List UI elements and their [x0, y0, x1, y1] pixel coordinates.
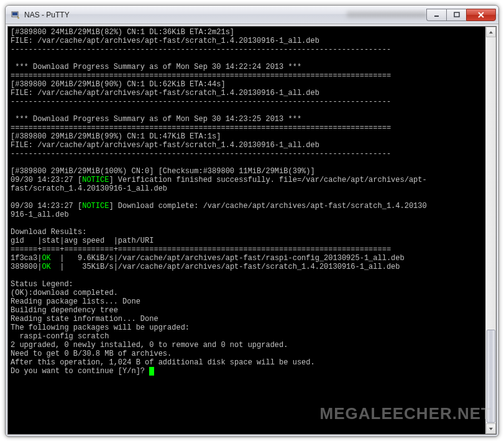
line: fast/scratch_1.4.20130916-1_all.deb	[11, 184, 167, 193]
line: ----------------------------------------…	[11, 97, 391, 106]
line: Reading state information... Done	[11, 315, 158, 323]
line: [#389800 29MiB/29MiB(100%) CN:0] [Checks…	[11, 167, 315, 176]
line: [#389800 26MiB/29MiB(90%) CN:1 DL:62KiB …	[11, 80, 226, 89]
line: ----------------------------------------…	[11, 45, 391, 54]
line: FILE: /var/cache/apt/archives/apt-fast/s…	[11, 37, 319, 45]
line: Download Results:	[11, 228, 86, 237]
line: After this operation, 1,024 B of additio…	[11, 358, 315, 367]
titlebar[interactable]: NAS - PuTTY XXXXXXXXXXXXXXXX	[6, 6, 498, 24]
ok-status: OK	[42, 254, 50, 263]
line: The following packages will be upgraded:	[11, 323, 190, 332]
prompt-line: Do you want to continue [Y/n]?	[11, 367, 149, 376]
line: 389800|	[11, 263, 42, 271]
line: *** Download Progress Summary as of Mon …	[11, 115, 301, 124]
line: gid |stat|avg speed |path/URI	[11, 237, 153, 245]
svg-rect-2	[454, 12, 459, 17]
line: ======+====+===========+================…	[11, 245, 391, 254]
cursor	[149, 367, 154, 376]
app-icon	[11, 10, 21, 20]
line: 2 upgraded, 0 newly installed, 0 to remo…	[11, 341, 288, 350]
line: Reading package lists... Done	[11, 297, 140, 306]
line: 916-1_all.deb	[11, 210, 69, 219]
line: 1f3ca3|	[11, 254, 42, 263]
line: ] Download complete: /var/cache/apt/arch…	[109, 202, 426, 210]
line: 09/30 14:23:27 [	[11, 202, 82, 210]
notice-tag: NOTICE	[82, 176, 109, 184]
line: | 35KiB/s|/var/cache/apt/archives/apt-fa…	[51, 263, 400, 271]
scroll-down-arrow[interactable]	[486, 423, 496, 434]
scrollbar[interactable]	[485, 27, 496, 434]
window-title: NAS - PuTTY	[24, 11, 328, 19]
blurred-title-portion: XXXXXXXXXXXXXXXX	[347, 11, 426, 19]
ok-status: OK	[42, 263, 50, 271]
svg-rect-1	[12, 12, 17, 16]
line: Status Legend:	[11, 280, 73, 289]
maximize-button[interactable]	[446, 9, 466, 21]
minimize-button[interactable]	[426, 9, 446, 21]
putty-window: NAS - PuTTY XXXXXXXXXXXXXXXX [#389800 24…	[5, 5, 499, 437]
line: 09/30 14:23:27 [	[11, 176, 82, 184]
notice-tag: NOTICE	[82, 202, 109, 210]
close-button[interactable]	[466, 9, 496, 21]
line: ========================================…	[11, 71, 391, 80]
scroll-up-arrow[interactable]	[486, 27, 496, 37]
terminal-output[interactable]: [#389800 24MiB/29MiB(82%) CN:1 DL:36KiB …	[8, 27, 485, 434]
line: ----------------------------------------…	[11, 150, 391, 158]
line: ] Verification finished successfully. fi…	[109, 176, 426, 184]
line: [#389800 24MiB/29MiB(82%) CN:1 DL:36KiB …	[11, 28, 234, 37]
line: raspi-config scratch	[11, 332, 109, 341]
terminal-container: [#389800 24MiB/29MiB(82%) CN:1 DL:36KiB …	[7, 26, 497, 435]
line: *** Download Progress Summary as of Mon …	[11, 63, 301, 71]
line: ========================================…	[11, 124, 391, 132]
line: Need to get 0 B/30.8 MB of archives.	[11, 350, 172, 358]
line: [#389800 29MiB/29MiB(99%) CN:1 DL:47KiB …	[11, 132, 221, 141]
line: (OK):download completed.	[11, 289, 118, 297]
scroll-thumb[interactable]	[487, 330, 495, 423]
line: FILE: /var/cache/apt/archives/apt-fast/s…	[11, 141, 319, 150]
line: FILE: /var/cache/apt/archives/apt-fast/s…	[11, 89, 319, 97]
line: Building dependency tree	[11, 306, 118, 315]
window-controls	[426, 9, 496, 21]
line: | 9.6KiB/s|/var/cache/apt/archives/apt-f…	[51, 254, 405, 263]
